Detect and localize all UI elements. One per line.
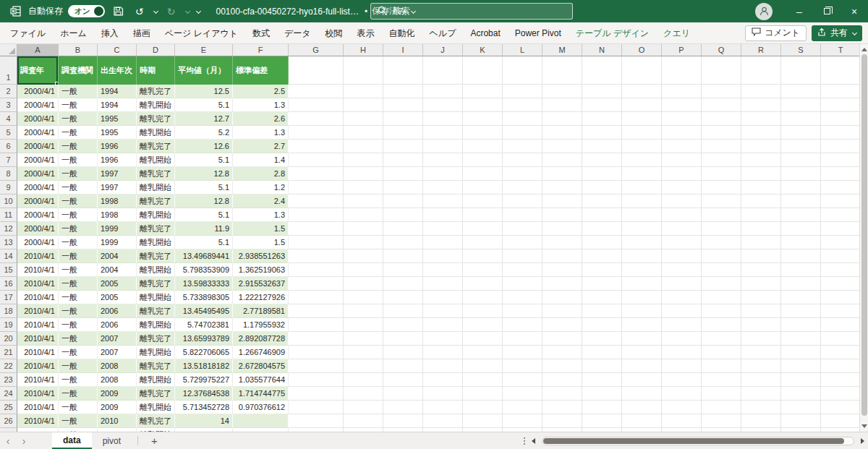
empty-cell[interactable] — [781, 346, 821, 359]
empty-cell[interactable] — [662, 236, 702, 249]
table-cell[interactable]: 2000/4/1 — [17, 194, 59, 208]
empty-cell[interactable] — [582, 263, 622, 277]
row-header-14[interactable]: 14 — [0, 249, 17, 263]
empty-cell[interactable] — [702, 401, 741, 414]
empty-cell[interactable] — [821, 222, 859, 236]
empty-cell[interactable] — [542, 112, 582, 126]
table-cell[interactable]: 離乳完了 — [137, 222, 175, 236]
empty-cell[interactable] — [741, 373, 781, 387]
empty-cell[interactable] — [344, 291, 383, 304]
empty-cell[interactable] — [383, 194, 423, 208]
empty-cell[interactable] — [423, 318, 463, 332]
empty-cell[interactable] — [383, 318, 423, 332]
row-header-20[interactable]: 20 — [0, 332, 17, 346]
table-cell[interactable]: 離乳開始 — [137, 126, 175, 140]
empty-cell[interactable] — [702, 236, 741, 249]
empty-cell[interactable] — [741, 56, 781, 85]
empty-cell[interactable] — [781, 236, 821, 249]
table-cell[interactable]: 一般 — [59, 332, 98, 346]
empty-cell[interactable] — [741, 208, 781, 222]
table-cell[interactable]: 2010/4/1 — [17, 304, 59, 318]
column-header-P[interactable]: P — [662, 44, 702, 56]
ribbon-tab-13[interactable]: テーブル デザイン — [569, 23, 656, 43]
table-cell[interactable]: 2010/4/1 — [17, 263, 59, 277]
empty-cell[interactable] — [821, 194, 859, 208]
row-header-10[interactable]: 10 — [0, 194, 17, 208]
empty-cell[interactable] — [702, 167, 741, 181]
row-header-4[interactable]: 4 — [0, 112, 17, 126]
table-cell[interactable]: 13.59833333 — [175, 277, 233, 291]
table-cell[interactable]: 13.45495495 — [175, 304, 233, 318]
table-cell[interactable]: 1.5 — [233, 222, 289, 236]
empty-cell[interactable] — [542, 85, 582, 98]
empty-cell[interactable] — [741, 222, 781, 236]
empty-cell[interactable] — [821, 85, 859, 98]
row-header-19[interactable]: 19 — [0, 318, 17, 332]
empty-cell[interactable] — [622, 277, 662, 291]
empty-cell[interactable] — [702, 304, 741, 318]
empty-cell[interactable] — [821, 318, 859, 332]
table-cell[interactable]: 離乳完了 — [137, 359, 175, 373]
table-cell[interactable]: 1.17955932 — [233, 318, 289, 332]
empty-cell[interactable] — [503, 277, 542, 291]
empty-cell[interactable] — [542, 277, 582, 291]
empty-cell[interactable] — [622, 140, 662, 153]
row-header-21[interactable]: 21 — [0, 346, 17, 359]
empty-cell[interactable] — [622, 85, 662, 98]
table-cell[interactable]: 一般 — [59, 236, 98, 249]
empty-cell[interactable] — [821, 373, 859, 387]
empty-cell[interactable] — [344, 414, 383, 428]
empty-cell[interactable] — [662, 112, 702, 126]
empty-cell[interactable] — [463, 373, 503, 387]
empty-cell[interactable] — [741, 277, 781, 291]
empty-cell[interactable] — [503, 236, 542, 249]
empty-cell[interactable] — [702, 332, 741, 346]
table-cell[interactable]: 13.51818182 — [175, 359, 233, 373]
empty-cell[interactable] — [344, 208, 383, 222]
table-cell[interactable]: 1997 — [98, 181, 137, 194]
table-cell[interactable]: 一般 — [59, 346, 98, 359]
empty-cell[interactable] — [344, 126, 383, 140]
empty-cell[interactable] — [662, 249, 702, 263]
empty-cell[interactable] — [662, 98, 702, 112]
empty-cell[interactable] — [503, 373, 542, 387]
table-cell[interactable]: 2000/4/1 — [17, 208, 59, 222]
table-cell[interactable]: 2010/4/1 — [17, 249, 59, 263]
empty-cell[interactable] — [821, 387, 859, 401]
empty-cell[interactable] — [383, 98, 423, 112]
empty-cell[interactable] — [702, 249, 741, 263]
table-cell[interactable]: 2.4 — [233, 194, 289, 208]
empty-cell[interactable] — [383, 181, 423, 194]
empty-cell[interactable] — [821, 126, 859, 140]
row-header-23[interactable]: 23 — [0, 373, 17, 387]
empty-cell[interactable] — [622, 194, 662, 208]
empty-cell[interactable] — [622, 167, 662, 181]
empty-cell[interactable] — [582, 181, 622, 194]
column-header-A[interactable]: A — [17, 44, 59, 56]
empty-cell[interactable] — [741, 112, 781, 126]
empty-cell[interactable] — [542, 373, 582, 387]
empty-cell[interactable] — [582, 112, 622, 126]
undo-icon[interactable]: ↺ — [132, 4, 147, 19]
empty-cell[interactable] — [542, 236, 582, 249]
empty-cell[interactable] — [582, 140, 622, 153]
empty-cell[interactable] — [741, 85, 781, 98]
empty-cell[interactable] — [503, 85, 542, 98]
column-header-C[interactable]: C — [98, 44, 137, 56]
empty-cell[interactable] — [582, 236, 622, 249]
empty-cell[interactable] — [781, 373, 821, 387]
column-header-G[interactable]: G — [289, 44, 344, 56]
row-header-24[interactable]: 24 — [0, 387, 17, 401]
empty-cell[interactable] — [781, 208, 821, 222]
table-cell[interactable]: 一般 — [59, 277, 98, 291]
table-cell[interactable]: 5.729975227 — [175, 373, 233, 387]
empty-cell[interactable] — [463, 112, 503, 126]
empty-cell[interactable] — [781, 304, 821, 318]
empty-cell[interactable] — [503, 346, 542, 359]
empty-cell[interactable] — [463, 208, 503, 222]
table-cell[interactable]: 離乳開始 — [137, 291, 175, 304]
table-cell[interactable]: 1.266746909 — [233, 346, 289, 359]
empty-cell[interactable] — [622, 401, 662, 414]
empty-cell[interactable] — [821, 332, 859, 346]
table-cell[interactable]: 1.222127926 — [233, 291, 289, 304]
